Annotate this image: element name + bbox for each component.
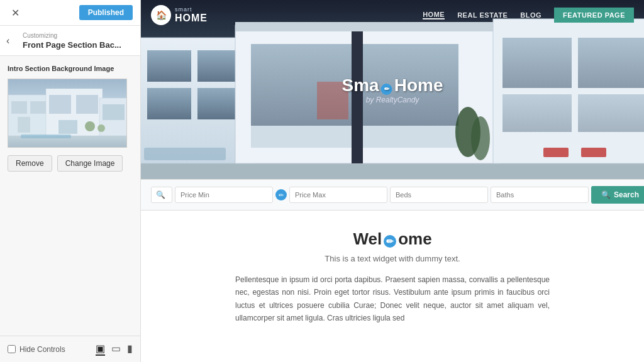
svg-point-14 (97, 124, 105, 132)
search-icon: 🔍 (156, 190, 165, 199)
svg-rect-34 (502, 94, 572, 132)
body-text: Pellentesque in ipsum id orci porta dapi… (235, 273, 550, 325)
nav-links: HOME REAL ESTATE BLOG FEATURED PAGE (423, 8, 634, 23)
svg-rect-8 (76, 95, 98, 114)
content-area: Wel✏ome This is a text widget with dummy… (141, 211, 644, 362)
customizer-panel: ✕ Published ‹ Customizing Front Page Sec… (0, 0, 141, 362)
svg-rect-5 (18, 117, 30, 133)
svg-rect-35 (578, 94, 644, 132)
hero-section: 🏠 smart HOME HOME REAL ESTATE BLOG FEATU… (141, 0, 644, 179)
section-label: Intro Section Background Image (8, 65, 133, 72)
logo-home: HOME (175, 13, 208, 24)
svg-point-39 (471, 116, 490, 160)
change-image-button[interactable]: Change Image (57, 155, 123, 172)
svg-rect-12 (21, 134, 71, 138)
svg-rect-26 (251, 126, 352, 148)
welcome-subtitle: This is a text widget with dummy text. (153, 254, 631, 263)
beds-input[interactable] (390, 187, 488, 203)
svg-rect-33 (578, 38, 644, 88)
svg-rect-22 (144, 148, 226, 160)
nav-home[interactable]: HOME (423, 11, 445, 19)
hide-controls-toggle[interactable]: Hide Controls (8, 345, 65, 354)
svg-point-13 (85, 121, 95, 131)
top-bar: ✕ Published (0, 0, 140, 26)
price-divider-icon: ✏ (275, 189, 287, 200)
svg-rect-20 (147, 88, 191, 119)
logo-area: 🏠 smart HOME (151, 5, 208, 25)
search-btn-icon: 🔍 (601, 190, 611, 199)
svg-rect-9 (58, 120, 77, 134)
image-preview (8, 79, 127, 148)
remove-button[interactable]: Remove (8, 155, 52, 172)
desktop-icon[interactable]: ▣ (96, 343, 105, 356)
published-button[interactable]: Published (79, 5, 133, 20)
logo-smart: smart (175, 6, 208, 13)
svg-rect-3 (11, 101, 27, 114)
featured-button[interactable]: FEATURED PAGE (554, 8, 634, 23)
svg-rect-27 (358, 126, 458, 148)
back-button[interactable]: ‹ (6, 35, 9, 47)
price-min-input[interactable] (175, 187, 273, 203)
bottom-bar: Hide Controls ▣ ▭ ▮ (0, 336, 140, 362)
close-button[interactable]: ✕ (8, 6, 23, 20)
svg-rect-18 (147, 50, 191, 82)
search-bar: 🔍 ✏ 🔍 Search (141, 179, 644, 211)
customizing-label: Customizing (23, 32, 133, 39)
price-max-input[interactable] (289, 187, 387, 203)
main-preview: 🏠 smart HOME HOME REAL ESTATE BLOG FEATU… (141, 0, 644, 362)
welcome-title: Wel✏ome (153, 229, 631, 249)
search-button[interactable]: 🔍 Search (591, 186, 644, 204)
hero-nav: 🏠 smart HOME HOME REAL ESTATE BLOG FEATU… (141, 0, 644, 30)
mobile-icon[interactable]: ▮ (127, 343, 133, 356)
svg-rect-11 (103, 104, 125, 120)
svg-rect-36 (543, 148, 569, 157)
hide-controls-checkbox[interactable] (8, 345, 16, 353)
nav-real-estate[interactable]: REAL ESTATE (457, 11, 508, 19)
hero-brand: Sma✏Home by RealtyCandy (342, 75, 443, 104)
image-preview-inner (8, 79, 126, 147)
svg-rect-37 (581, 148, 606, 157)
svg-rect-32 (502, 38, 572, 88)
svg-rect-7 (49, 95, 71, 114)
baths-input[interactable] (491, 187, 589, 203)
search-input-wrap: 🔍 (151, 187, 172, 203)
hero-brand-title: Sma✏Home (342, 75, 443, 96)
image-action-buttons: Remove Change Image (8, 155, 133, 172)
tablet-icon[interactable]: ▭ (111, 343, 121, 356)
customizing-title: Front Page Section Bac... (23, 40, 121, 50)
edit-pencil-brand[interactable]: ✏ (381, 84, 392, 95)
hide-controls-label: Hide Controls (19, 345, 65, 354)
device-switcher: ▣ ▭ ▮ (96, 343, 133, 356)
edit-pencil-welcome[interactable]: ✏ (384, 235, 396, 248)
panel-content: Intro Section Background Image (0, 56, 140, 336)
logo-text: smart HOME (175, 6, 208, 24)
preview-svg (8, 79, 127, 148)
logo-icon: 🏠 (151, 5, 171, 25)
search-btn-label: Search (614, 190, 639, 199)
nav-blog[interactable]: BLOG (520, 11, 541, 19)
customizing-header: ‹ Customizing Front Page Section Bac... (0, 26, 140, 56)
hero-brand-sub: by RealtyCandy (342, 96, 443, 104)
